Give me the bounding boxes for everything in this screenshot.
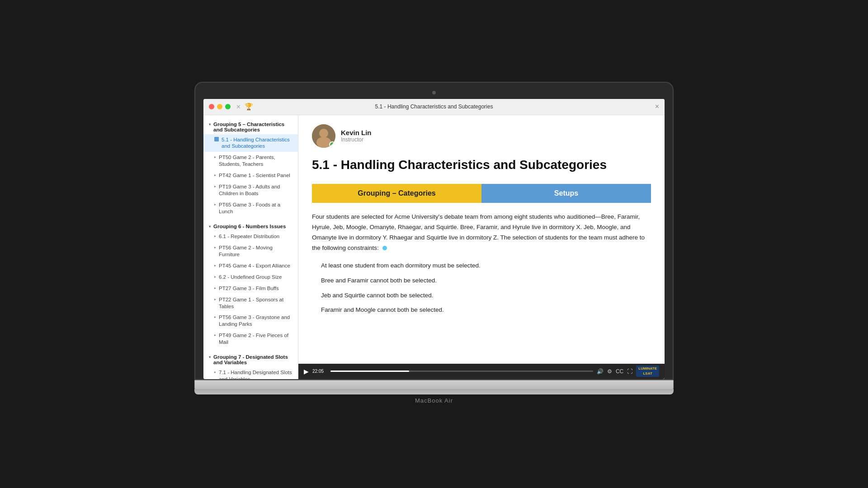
progress-fill [330, 371, 409, 372]
bullet-1: At least one student from each dormitory… [321, 261, 651, 271]
avatar-online-badge [329, 141, 335, 148]
svg-point-2 [316, 137, 331, 148]
instructor-name: Kevin Lin [341, 129, 372, 136]
titlebar-close-right[interactable]: × [655, 103, 659, 111]
sidebar: Grouping 5 – Characteristics and Subcate… [203, 115, 298, 379]
lesson-title: 5.1 - Handling Characteristics and Subca… [312, 157, 651, 173]
sidebar-item-pt65[interactable]: ▸ PT65 Game 3 - Foods at a Lunch [203, 199, 298, 217]
sidebar-item-6-2[interactable]: ▸ 6.2 - Undefined Group Size [203, 272, 298, 283]
titlebar: ✕ 🏆 5.1 - Handling Characteristics and S… [203, 99, 665, 115]
sidebar-group-6[interactable]: Grouping 6 - Numbers Issues [203, 221, 298, 231]
item-pt19-arrow: ▸ [214, 184, 216, 189]
window-title: 5.1 - Handling Characteristics and Subca… [375, 103, 493, 110]
item-pt22-label: PT22 Game 1 - Sponsors at Tables [219, 296, 292, 310]
tab-grouping[interactable]: Grouping – Categories [312, 184, 481, 203]
captions-icon[interactable]: CC [616, 368, 623, 375]
luminate-line1: LUMINATE [638, 366, 657, 371]
item-pt65-label: PT65 Game 3 - Foods at a Lunch [219, 202, 292, 215]
group5-arrow [209, 122, 211, 127]
group7-arrow [209, 355, 211, 359]
sidebar-group-7[interactable]: Grouping 7 - Designated Slots and Variab… [203, 352, 298, 367]
screen: ✕ 🏆 5.1 - Handling Characteristics and S… [203, 99, 665, 379]
group7-label: Grouping 7 - Designated Slots and Variab… [213, 354, 292, 365]
bullet-4: Faramir and Moogle cannot both be select… [321, 305, 651, 315]
laptop-foot [194, 389, 674, 394]
item-pt45-label: PT45 Game 4 - Export Alliance [219, 263, 290, 269]
item-6-2-label: 6.2 - Undefined Group Size [219, 274, 282, 281]
svg-point-1 [319, 129, 328, 138]
trophy-icon: 🏆 [245, 103, 253, 111]
sidebar-item-pt45[interactable]: ▸ PT45 Game 4 - Export Alliance [203, 260, 298, 272]
item-pt56-3-label: PT56 Game 3 - Graystone and Landing Park… [219, 314, 292, 328]
sidebar-item-pt22[interactable]: ▸ PT22 Game 1 - Sponsors at Tables [203, 294, 298, 312]
video-controls-right: 🔊 ⚙ CC ⛶ LUMINATE LSAT [597, 366, 659, 377]
luminate-badge: LUMINATE LSAT [636, 366, 659, 377]
sidebar-item-7-1[interactable]: ▸ 7.1 - Handling Designated Slots and Va… [203, 367, 298, 379]
item-pt49-label: PT49 Game 2 - Five Pieces of Mail [219, 332, 292, 346]
camera-dot [432, 91, 436, 94]
sidebar-item-pt56-3[interactable]: ▸ PT56 Game 3 - Graystone and Landing Pa… [203, 312, 298, 330]
item-6-1-label: 6.1 - Repeater Distribution [219, 233, 279, 240]
main-content: Kevin Lin Instructor 5.1 - Handling Char… [298, 115, 665, 379]
sidebar-item-5-1[interactable]: 5.1 - Handling Characteristics and Subca… [203, 134, 298, 152]
laptop-container: ✕ 🏆 5.1 - Handling Characteristics and S… [194, 82, 674, 407]
time-display: 22:05 [312, 369, 327, 374]
progress-bar[interactable] [330, 371, 593, 372]
item-pt19-label: PT19 Game 3 - Adults and Children in Boa… [219, 183, 292, 197]
minimize-button[interactable] [217, 104, 222, 109]
tabs-row: Grouping – Categories Setups [312, 184, 651, 203]
instructor-row: Kevin Lin Instructor [312, 124, 651, 148]
sidebar-item-pt42[interactable]: ▸ PT42 Game 1 - Scientist Panel [203, 170, 298, 181]
group6-arrow [209, 225, 211, 229]
play-button[interactable]: ▶ [304, 368, 309, 375]
maximize-button[interactable] [225, 104, 231, 109]
settings-icon[interactable]: ⚙ [607, 368, 612, 375]
group6-label: Grouping 6 - Numbers Issues [213, 224, 286, 229]
macbook-label: MacBook Air [194, 394, 674, 407]
item-pt50-arrow: ▸ [214, 155, 216, 160]
item-7-1-label: 7.1 - Handling Designated Slots and Vari… [219, 369, 292, 379]
screen-bezel: ✕ 🏆 5.1 - Handling Characteristics and S… [194, 82, 674, 380]
instructor-role: Instructor [341, 136, 372, 143]
sidebar-item-pt19[interactable]: ▸ PT19 Game 3 - Adults and Children in B… [203, 181, 298, 199]
window-controls [209, 104, 231, 109]
sidebar-item-pt56-2[interactable]: ▸ PT56 Game 2 - Moving Furniture [203, 242, 298, 260]
main-paragraph: Four students are selected for Acme Univ… [312, 212, 651, 253]
sidebar-group-5[interactable]: Grouping 5 – Characteristics and Subcate… [203, 119, 298, 134]
instructor-info: Kevin Lin Instructor [341, 129, 372, 143]
video-bar: ▶ 22:05 🔊 ⚙ CC ⛶ LUMINAT [298, 364, 665, 379]
item-5-1-icon [214, 137, 219, 141]
item-pt42-arrow: ▸ [214, 173, 216, 178]
laptop-base [194, 380, 674, 390]
window-body: Grouping 5 – Characteristics and Subcate… [203, 115, 665, 379]
app-window: ✕ 🏆 5.1 - Handling Characteristics and S… [203, 99, 665, 379]
luminate-line2: LSAT [638, 371, 657, 376]
bullet-2: Bree and Faramir cannot both be selected… [321, 276, 651, 286]
item-5-1-label: 5.1 - Handling Characteristics and Subca… [222, 136, 292, 150]
close-button[interactable] [209, 104, 214, 109]
avatar [312, 124, 335, 148]
item-pt56-2-label: PT56 Game 2 - Moving Furniture [219, 244, 292, 258]
sidebar-item-pt49[interactable]: ▸ PT49 Game 2 - Five Pieces of Mail [203, 330, 298, 348]
group5-label: Grouping 5 – Characteristics and Subcate… [213, 122, 292, 132]
pin-icon: ✕ [236, 103, 241, 110]
item-pt50-label: PT50 Game 2 - Parents, Students, Teacher… [219, 154, 292, 168]
sidebar-item-pt50[interactable]: ▸ PT50 Game 2 - Parents, Students, Teach… [203, 152, 298, 170]
fullscreen-icon[interactable]: ⛶ [627, 368, 632, 375]
dot-marker [382, 246, 387, 250]
bullet-list: At least one student from each dormitory… [312, 261, 651, 316]
bullet-3: Jeb and Squirtle cannot both be selected… [321, 291, 651, 301]
sidebar-item-pt27[interactable]: ▸ PT27 Game 3 - Film Buffs [203, 283, 298, 294]
sidebar-item-6-1[interactable]: ▸ 6.1 - Repeater Distribution [203, 231, 298, 242]
item-pt65-arrow: ▸ [214, 202, 216, 207]
tab-setups[interactable]: Setups [481, 184, 651, 203]
volume-icon[interactable]: 🔊 [597, 368, 604, 375]
item-pt27-label: PT27 Game 3 - Film Buffs [219, 285, 279, 292]
item-pt42-label: PT42 Game 1 - Scientist Panel [219, 172, 290, 179]
